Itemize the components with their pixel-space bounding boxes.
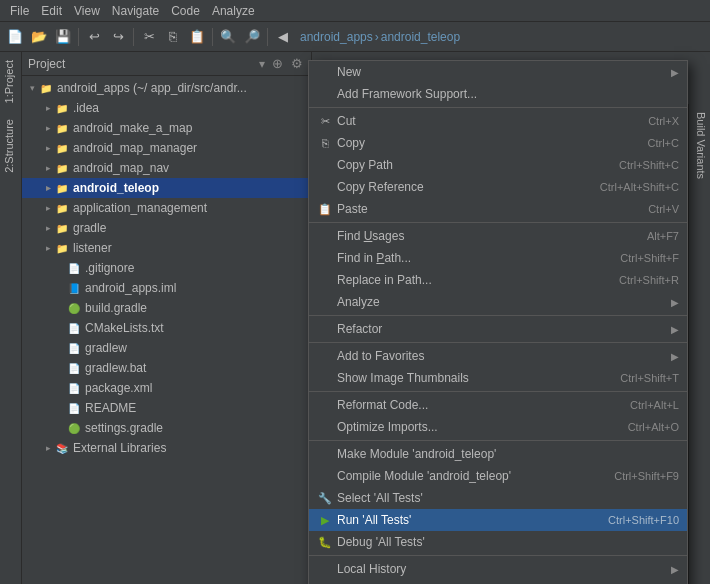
menu-navigate[interactable]: Navigate: [106, 2, 165, 20]
find-usages-icon: [317, 228, 333, 244]
ctx-make-module[interactable]: Make Module 'android_teleop': [309, 443, 687, 465]
list-item[interactable]: ▸ 📁 gradle: [22, 218, 311, 238]
ctx-synchronize[interactable]: 🔄 Synchronize 'android_teleop': [309, 580, 687, 584]
history-icon: [317, 561, 333, 577]
sidebar-tab-project[interactable]: 1:Project: [0, 52, 21, 111]
file-icon: 📄: [66, 340, 82, 356]
folder-icon: 📁: [54, 220, 70, 236]
redo-btn[interactable]: ↪: [107, 26, 129, 48]
list-item[interactable]: ▸ 📚 External Libraries: [22, 438, 311, 458]
select-tests-icon: 🔧: [317, 490, 333, 506]
new-file-btn[interactable]: 📄: [4, 26, 26, 48]
folder-icon: 📁: [54, 180, 70, 196]
list-item[interactable]: 📄 CMakeLists.txt: [22, 318, 311, 338]
menu-view[interactable]: View: [68, 2, 106, 20]
ctx-analyze[interactable]: Analyze ▶: [309, 291, 687, 313]
panel-add-btn[interactable]: ⊕: [269, 56, 285, 72]
ctx-cut[interactable]: ✂ Cut Ctrl+X: [309, 110, 687, 132]
ctx-find-in-path[interactable]: Find in Path... Ctrl+Shift+F: [309, 247, 687, 269]
list-item[interactable]: 📄 .gitignore: [22, 258, 311, 278]
root-arrow: ▾: [26, 82, 38, 94]
ctx-optimize-imports[interactable]: Optimize Imports... Ctrl+Alt+O: [309, 416, 687, 438]
ctx-separator-3: [309, 315, 687, 316]
list-item[interactable]: 📘 android_apps.iml: [22, 278, 311, 298]
menu-file[interactable]: File: [4, 2, 35, 20]
left-side-tabs: 1:Project 2:Structure: [0, 52, 22, 584]
list-item[interactable]: 📄 README: [22, 398, 311, 418]
cut-icon: ✂: [317, 113, 333, 129]
arrow-icon: ▸: [42, 222, 54, 234]
save-btn[interactable]: 💾: [52, 26, 74, 48]
debug-icon: 🐛: [317, 534, 333, 550]
ctx-add-framework[interactable]: Add Framework Support...: [309, 83, 687, 105]
add-framework-icon: [317, 86, 333, 102]
list-item[interactable]: 📄 gradlew: [22, 338, 311, 358]
undo-btn[interactable]: ↩: [83, 26, 105, 48]
list-item[interactable]: 📄 gradlew.bat: [22, 358, 311, 378]
cut-btn[interactable]: ✂: [138, 26, 160, 48]
ctx-copy-reference[interactable]: Copy Reference Ctrl+Alt+Shift+C: [309, 176, 687, 198]
arrow-icon: ▸: [42, 442, 54, 454]
toolbar-separator-1: [78, 28, 79, 46]
tree-root[interactable]: ▾ 📁 android_apps (~/ app_dir/src/andr...: [22, 78, 311, 98]
ctx-select-all-tests[interactable]: 🔧 Select 'All Tests': [309, 487, 687, 509]
spacer: [54, 342, 66, 354]
breadcrumb-project[interactable]: android_apps: [300, 30, 373, 44]
ctx-separator-4: [309, 342, 687, 343]
context-menu: New ▶ Add Framework Support... ✂ Cut Ctr…: [308, 60, 688, 584]
arrow-icon: ▸: [42, 202, 54, 214]
ctx-local-history[interactable]: Local History ▶: [309, 558, 687, 580]
find-btn[interactable]: 🔎: [241, 26, 263, 48]
menu-analyze[interactable]: Analyze: [206, 2, 261, 20]
paste-btn[interactable]: 📋: [186, 26, 208, 48]
spacer: [54, 302, 66, 314]
ctx-reformat[interactable]: Reformat Code... Ctrl+Alt+L: [309, 394, 687, 416]
copy-btn[interactable]: ⎘: [162, 26, 184, 48]
list-item[interactable]: 🟢 settings.gradle: [22, 418, 311, 438]
list-item[interactable]: 🟢 build.gradle: [22, 298, 311, 318]
panel-dropdown[interactable]: ▾: [259, 57, 265, 71]
list-item[interactable]: ▸ 📁 .idea: [22, 98, 311, 118]
menu-code[interactable]: Code: [165, 2, 206, 20]
file-tree-panel: Project ▾ ⊕ ⚙ ▾ 📁 android_apps (~/ app_d…: [22, 52, 312, 584]
arrow-icon: ▸: [42, 102, 54, 114]
ctx-separator-1: [309, 107, 687, 108]
main-area: 1:Project 2:Structure Project ▾ ⊕ ⚙ ▾ 📁 …: [0, 52, 710, 584]
analyze-icon: [317, 294, 333, 310]
compile-icon: [317, 468, 333, 484]
list-item[interactable]: 📄 package.xml: [22, 378, 311, 398]
ctx-refactor[interactable]: Refactor ▶: [309, 318, 687, 340]
arrow-icon: ▸: [42, 162, 54, 174]
ctx-run-all-tests[interactable]: ▶ Run 'All Tests' Ctrl+Shift+F10: [309, 509, 687, 531]
iml-icon: 📘: [66, 280, 82, 296]
sidebar-tab-build-variants[interactable]: Build Variants: [689, 104, 710, 187]
toolbar-separator-3: [212, 28, 213, 46]
list-item[interactable]: ▸ 📁 android_map_nav: [22, 158, 311, 178]
refactor-icon: [317, 321, 333, 337]
search-btn[interactable]: 🔍: [217, 26, 239, 48]
ctx-compile-module[interactable]: Compile Module 'android_teleop' Ctrl+Shi…: [309, 465, 687, 487]
sidebar-tab-structure[interactable]: 2:Structure: [0, 111, 21, 181]
open-btn[interactable]: 📂: [28, 26, 50, 48]
list-item[interactable]: ▸ 📁 android_make_a_map: [22, 118, 311, 138]
panel-settings-btn[interactable]: ⚙: [289, 56, 305, 72]
list-item[interactable]: ▸ 📁 android_map_manager: [22, 138, 311, 158]
breadcrumb-module[interactable]: android_teleop: [381, 30, 460, 44]
back-btn[interactable]: ◀: [272, 26, 294, 48]
tree-item-android-teleop[interactable]: ▸ 📁 android_teleop: [22, 178, 311, 198]
folder-icon: 📁: [54, 100, 70, 116]
ctx-add-favorites[interactable]: Add to Favorites ▶: [309, 345, 687, 367]
list-item[interactable]: ▸ 📁 application_management: [22, 198, 311, 218]
settings-gradle-icon: 🟢: [66, 420, 82, 436]
ctx-show-thumbnails[interactable]: Show Image Thumbnails Ctrl+Shift+T: [309, 367, 687, 389]
ctx-separator-6: [309, 440, 687, 441]
ctx-paste[interactable]: 📋 Paste Ctrl+V: [309, 198, 687, 220]
ctx-find-usages[interactable]: Find Usages Alt+F7: [309, 225, 687, 247]
ctx-copy[interactable]: ⎘ Copy Ctrl+C: [309, 132, 687, 154]
ctx-copy-path[interactable]: Copy Path Ctrl+Shift+C: [309, 154, 687, 176]
ctx-debug-all-tests[interactable]: 🐛 Debug 'All Tests': [309, 531, 687, 553]
list-item[interactable]: ▸ 📁 listener: [22, 238, 311, 258]
ctx-new[interactable]: New ▶: [309, 61, 687, 83]
ctx-replace-in-path[interactable]: Replace in Path... Ctrl+Shift+R: [309, 269, 687, 291]
menu-edit[interactable]: Edit: [35, 2, 68, 20]
